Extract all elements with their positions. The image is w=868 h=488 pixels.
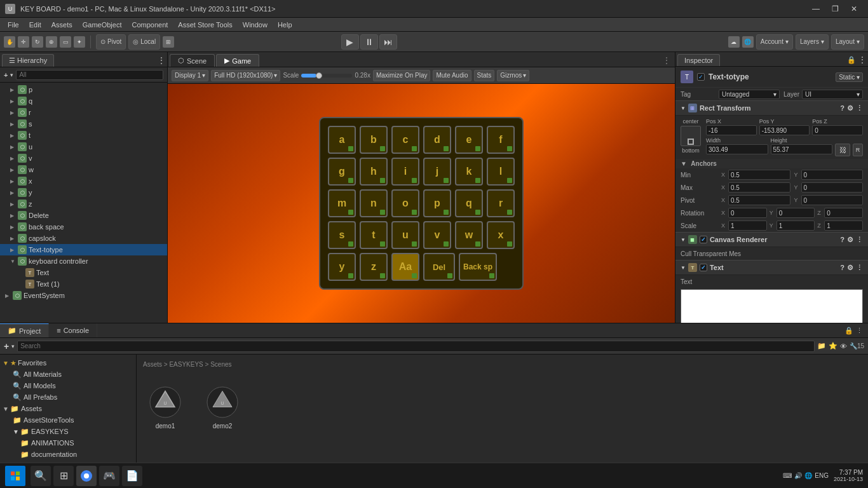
inspector-tab[interactable]: Inspector <box>677 54 720 66</box>
key-aa[interactable]: Aa <box>391 253 419 281</box>
list-item-backspace[interactable]: ▶⬡back space <box>0 221 167 233</box>
key-l[interactable]: l <box>487 158 515 186</box>
key-i[interactable]: i <box>391 158 419 186</box>
pos-x-value[interactable]: -16 <box>706 125 757 135</box>
list-item[interactable]: ▶⬡r <box>0 107 167 118</box>
assetstoretools-item[interactable]: 📁 AssetStoreTools <box>0 414 136 426</box>
key-n[interactable]: n <box>360 189 388 217</box>
key-z[interactable]: z <box>360 253 388 281</box>
taskbar-word[interactable]: 📄 <box>122 466 142 486</box>
panel-menu-icon[interactable]: ⋮ <box>856 327 863 335</box>
documentation-item[interactable]: 📁 documentation <box>0 449 136 460</box>
demo1-asset[interactable]: U demo1 <box>143 383 187 430</box>
play-button[interactable]: ▶ <box>341 34 359 50</box>
layout-button[interactable]: Layout ▾ <box>831 34 864 50</box>
rot-z-input[interactable]: 0 <box>824 208 863 218</box>
key-v[interactable]: v <box>423 221 451 249</box>
list-item-eventsystem[interactable]: ▶⬡EventSystem <box>0 290 167 301</box>
hierarchy-tab[interactable]: ☰ Hierarchy <box>2 54 54 67</box>
scale-z-input[interactable]: 1 <box>824 220 863 231</box>
list-item[interactable]: ▶⬡q <box>0 95 167 107</box>
list-item-text2[interactable]: TText (1) <box>0 278 167 290</box>
key-b[interactable]: b <box>360 126 388 154</box>
maximize-on-play[interactable]: Maximize On Play <box>373 70 431 81</box>
list-item[interactable]: ▶⬡y <box>0 187 167 198</box>
menu-edit[interactable]: Edit <box>24 18 46 32</box>
canvas-question-icon[interactable]: ? <box>840 236 844 244</box>
rect-question-icon[interactable]: ? <box>840 104 844 112</box>
max-x-input[interactable]: 0.5 <box>728 182 790 193</box>
scale-x-input[interactable]: 1 <box>728 220 767 231</box>
key-d[interactable]: d <box>423 126 451 154</box>
pause-button[interactable]: ⏸ <box>360 34 378 50</box>
rect-settings-icon[interactable]: ⚙ <box>847 104 853 112</box>
project-search-input[interactable] <box>17 341 815 352</box>
all-prefabs[interactable]: 🔍 All Prefabs <box>0 391 136 403</box>
layers-button[interactable]: Layers ▾ <box>796 34 829 50</box>
taskbar-search[interactable]: 🔍 <box>31 466 51 486</box>
favorites-section[interactable]: ▼ ★ Favorites <box>0 357 136 369</box>
taskbar-chrome[interactable] <box>76 466 97 486</box>
hand-tool[interactable]: ✋ <box>4 36 15 48</box>
key-a[interactable]: a <box>328 126 356 154</box>
key-u[interactable]: u <box>391 221 419 249</box>
list-item[interactable]: ▶⬡x <box>0 175 167 187</box>
canvas-checkbox[interactable]: ✓ <box>700 236 707 243</box>
inspector-menu-icon[interactable]: ⋮ <box>858 55 866 64</box>
list-item[interactable]: ▶⬡capslock <box>0 233 167 244</box>
menu-component[interactable]: Component <box>126 18 173 32</box>
key-s[interactable]: s <box>328 221 356 249</box>
key-k[interactable]: k <box>455 158 483 186</box>
rot-y-input[interactable]: 0 <box>776 208 815 218</box>
text-checkbox[interactable]: ✓ <box>700 264 707 271</box>
component-checkbox[interactable]: ✓ <box>697 73 705 81</box>
key-x[interactable]: x <box>487 221 515 249</box>
step-button[interactable]: ⏭ <box>379 34 397 50</box>
key-e[interactable]: e <box>455 126 483 154</box>
all-models[interactable]: 🔍 All Models <box>0 380 136 391</box>
pivot-x-input[interactable]: 0.5 <box>728 195 790 205</box>
text-question-icon[interactable]: ? <box>840 264 844 272</box>
collab-icon[interactable]: ☁ <box>728 36 740 48</box>
key-backsp[interactable]: Back sp <box>459 253 497 281</box>
start-button[interactable] <box>5 466 25 486</box>
min-y-input[interactable]: 0 <box>801 170 864 180</box>
close-button[interactable]: ✕ <box>845 3 863 15</box>
key-y[interactable]: y <box>328 253 356 281</box>
move-tool[interactable]: ✛ <box>18 36 29 48</box>
assets-section[interactable]: ▼ 📁 Assets <box>0 403 136 414</box>
text-settings-icon[interactable]: ⚙ <box>847 264 853 272</box>
lock-icon[interactable]: 🔒 <box>847 56 856 64</box>
canvas-settings-icon[interactable]: ⚙ <box>847 236 853 244</box>
key-f[interactable]: f <box>487 126 515 154</box>
project-tab[interactable]: 📁 Project <box>0 323 49 337</box>
width-value[interactable]: 303.49 <box>706 144 768 154</box>
rot-x-input[interactable]: 0 <box>728 208 767 218</box>
animations-item[interactable]: 📁 ANIMATIONS <box>0 437 136 449</box>
list-item-texttotype[interactable]: ▶⬡Text-totype <box>0 244 167 255</box>
eye-icon-proj[interactable]: 👁 <box>840 342 847 350</box>
key-o[interactable]: o <box>391 189 419 217</box>
all-materials[interactable]: 🔍 All Materials <box>0 369 136 380</box>
canvas-menu-icon[interactable]: ⋮ <box>856 236 863 244</box>
key-r[interactable]: r <box>487 189 515 217</box>
local-button[interactable]: ◎ Local <box>128 34 160 50</box>
scale-tool[interactable]: ⊕ <box>46 36 57 48</box>
star-icon-proj[interactable]: ⭐ <box>829 342 837 350</box>
transform-tool[interactable]: ✦ <box>74 36 85 48</box>
panel-lock-icon[interactable]: 🔒 <box>844 327 853 335</box>
layer-dropdown[interactable]: UI ▾ <box>802 90 863 99</box>
list-item[interactable]: ▶⬡p <box>0 84 167 95</box>
easykeys-item[interactable]: ▼ 📁 EASYKEYS <box>0 426 136 437</box>
list-item[interactable]: ▶⬡Delete <box>0 210 167 221</box>
arrow-icon[interactable]: ▾ <box>10 72 13 78</box>
cloud-icon[interactable]: 🌐 <box>742 36 754 48</box>
console-tab[interactable]: ≡ Console <box>49 323 97 337</box>
pivot-y-input[interactable]: 0 <box>801 195 864 205</box>
key-p[interactable]: p <box>423 189 451 217</box>
scale-slider[interactable] <box>301 74 352 78</box>
text-menu-icon[interactable]: ⋮ <box>856 264 863 272</box>
hierarchy-menu-icon[interactable]: ⋮ <box>158 56 165 65</box>
minimize-button[interactable]: — <box>807 3 825 15</box>
key-t[interactable]: t <box>360 221 388 249</box>
